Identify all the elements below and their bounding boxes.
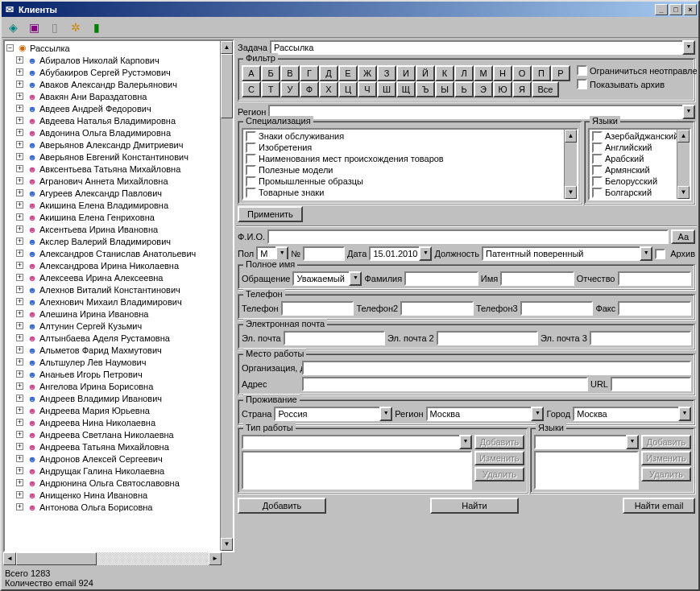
tree-item-label[interactable]: Андрущак Галина Николаевна — [39, 466, 164, 476]
tree-item[interactable]: +☻Алехнов Виталий Константинович — [6, 283, 231, 296]
greeting-combo[interactable]: Уважаемый▼ — [292, 271, 362, 286]
tree-item-label[interactable]: Александров Станислав Анатольевич — [39, 249, 196, 258]
alpha-button-Б[interactable]: Б — [261, 65, 280, 81]
city-combo[interactable]: Москва▼ — [573, 407, 691, 421]
check-item[interactable]: Белорусский — [590, 176, 689, 187]
tree-item-label[interactable]: Антонова Ольга Борисовна — [39, 502, 152, 512]
archive2-checkbox[interactable] — [655, 249, 665, 259]
check-item[interactable]: Арабский — [590, 153, 689, 164]
checkbox[interactable] — [592, 154, 603, 164]
maximize-button[interactable]: □ — [669, 4, 682, 15]
tree-item[interactable]: +☻Аксентьева Ирина Ивановна — [6, 223, 231, 235]
expander-icon[interactable]: + — [16, 419, 23, 426]
alpha-button-Т[interactable]: Т — [261, 81, 280, 97]
lastname-input[interactable] — [404, 271, 478, 286]
tree-item[interactable]: +☻Агуреев Александр Павлович — [6, 187, 231, 199]
chevron-down-icon[interactable]: ▼ — [640, 246, 652, 261]
tree-item-label[interactable]: Агуреев Александр Павлович — [39, 188, 162, 198]
alpha-button-Г[interactable]: Г — [300, 65, 319, 81]
langs2-combo[interactable]: ▼ — [534, 435, 639, 449]
alpha-button-У[interactable]: У — [280, 81, 300, 97]
tree-item-label[interactable]: Альметов Фарид Махмутович — [39, 345, 162, 355]
expander-icon[interactable]: + — [16, 431, 23, 438]
date-combo[interactable]: 15.01.2010▼ — [369, 246, 432, 261]
expander-icon[interactable]: + — [16, 56, 23, 64]
chevron-down-icon[interactable]: ▼ — [531, 407, 544, 421]
scroll-up-icon[interactable]: ▲ — [677, 130, 690, 143]
alpha-button-П[interactable]: П — [532, 65, 551, 81]
checkbox[interactable] — [592, 176, 603, 187]
tree-item[interactable]: +☻Акишина Елена Владимировна — [6, 199, 231, 211]
tree-item-label[interactable]: Акишина Елена Владимировна — [39, 200, 168, 210]
expander-icon[interactable]: + — [16, 455, 23, 462]
expander-icon[interactable]: + — [16, 298, 23, 305]
expander-icon[interactable]: + — [16, 358, 23, 366]
expander-icon[interactable]: + — [16, 382, 23, 390]
expander-icon[interactable]: + — [16, 213, 23, 221]
alpha-button-Н[interactable]: Н — [493, 65, 512, 81]
position-combo[interactable]: Патентный поверенный▼ — [482, 246, 652, 261]
tree-item[interactable]: +☻Агранович Аннета Михайловна — [6, 175, 231, 187]
scroll-up-icon[interactable]: ▲ — [221, 41, 233, 54]
expander-icon[interactable]: + — [16, 105, 23, 112]
check-item[interactable]: Промышленные образцы — [244, 176, 576, 187]
tree-item[interactable]: +☻Алешина Ирина Ивановна — [6, 308, 231, 320]
tree-item[interactable]: +☻Антонова Ольга Борисовна — [6, 501, 231, 513]
tree-item[interactable]: +☻Ананьев Игорь Петрович — [6, 368, 231, 380]
lg-del-button[interactable]: Удалить — [641, 467, 691, 481]
expander-icon[interactable]: + — [16, 334, 23, 341]
alpha-button-Ю[interactable]: Ю — [493, 81, 512, 97]
chevron-down-icon[interactable]: ▼ — [419, 246, 432, 261]
alpha-button-Ь[interactable]: Ь — [454, 81, 474, 97]
phone2-input[interactable] — [400, 301, 474, 316]
tree-item-label[interactable]: Акслер Валерий Владимирович — [39, 237, 171, 246]
alpha-button-Э[interactable]: Э — [474, 81, 493, 97]
tree-item-label[interactable]: Андреева Татьяна Михайловна — [39, 442, 169, 452]
tree-item-label[interactable]: Алешина Ирина Ивановна — [39, 309, 148, 319]
tree-item[interactable]: +☻Андронов Алексей Сергеевич — [6, 453, 231, 465]
gear-icon[interactable]: ✲ — [68, 19, 84, 35]
tree-item[interactable]: +☻Анищенко Нина Ивановна — [6, 489, 231, 501]
check-item[interactable]: Армянский — [590, 164, 689, 176]
tree-item[interactable]: +☻Андреев Владимир Иванович — [6, 392, 231, 404]
tree-item[interactable]: +☻Алтунин Сергей Кузьмич — [6, 320, 231, 332]
tree-item-label[interactable]: Андрюнина Ольга Святославовна — [39, 478, 180, 488]
scroll-up-icon[interactable]: ▲ — [565, 130, 577, 143]
tree-item[interactable]: +☻Авдеев Андрей Федорович — [6, 102, 231, 114]
alpha-button-Ч[interactable]: Ч — [358, 81, 377, 97]
scroll-down-icon[interactable]: ▼ — [221, 538, 233, 551]
box-icon[interactable]: ▣ — [26, 19, 42, 35]
alpha-button-И[interactable]: И — [396, 65, 416, 81]
email1-input[interactable] — [284, 331, 385, 345]
addr-input[interactable] — [302, 377, 588, 391]
expander-icon[interactable]: + — [16, 346, 23, 353]
archive-checkbox[interactable] — [577, 79, 587, 89]
check-item[interactable]: Изобретения — [244, 142, 576, 153]
tree-item-label[interactable]: Андреева Светлана Николаевна — [39, 430, 174, 440]
expander-icon[interactable]: + — [16, 407, 23, 414]
check-item[interactable]: Товарные знаки — [244, 187, 576, 198]
alpha-button-Ы[interactable]: Ы — [435, 81, 454, 97]
worktype-list[interactable] — [242, 451, 472, 490]
tree-item[interactable]: +☻Андрюнина Ольга Святославовна — [6, 477, 231, 489]
tree-item-label[interactable]: Алексеева Ирина Алексеевна — [39, 273, 163, 283]
scroll-left-icon[interactable]: ◄ — [3, 552, 16, 565]
page-icon[interactable]: ▯ — [47, 19, 63, 35]
tree-item-label[interactable]: Абубакиров Сергей Рустэмович — [39, 68, 171, 77]
tree-item[interactable]: +☻Андреева Татьяна Михайловна — [6, 440, 231, 453]
book-icon[interactable]: ◈ — [5, 19, 21, 35]
tree-item[interactable]: +☻Авдеева Наталья Владимировна — [6, 114, 231, 126]
lang-vscroll[interactable]: ▲ ▼ — [677, 130, 690, 199]
alpha-button-Ж[interactable]: Ж — [358, 65, 377, 81]
alpha-button-Е[interactable]: Е — [338, 65, 358, 81]
wt-edit-button[interactable]: Изменить — [474, 451, 524, 465]
chevron-down-icon[interactable]: ▼ — [459, 435, 472, 449]
alpha-button-О[interactable]: О — [512, 65, 532, 81]
close-button[interactable]: × — [684, 4, 697, 15]
tree-item[interactable]: +☻Акслер Валерий Владимирович — [6, 235, 231, 247]
exit-icon[interactable]: ▮ — [89, 19, 105, 35]
tree-item[interactable]: +☻Андреева Мария Юрьевна — [6, 404, 231, 416]
chevron-down-icon[interactable]: ▼ — [682, 40, 695, 55]
tree-item-label[interactable]: Акишина Елена Генриховна — [39, 213, 155, 222]
tree-item-label[interactable]: Алтынбаева Аделя Рустамовна — [39, 333, 170, 343]
